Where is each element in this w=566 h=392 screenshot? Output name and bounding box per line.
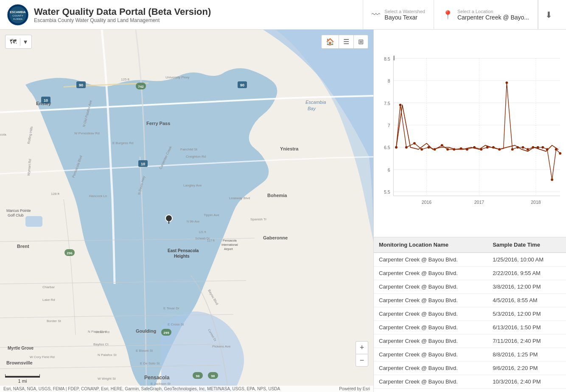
svg-text:W Cory Field Rd: W Cory Field Rd [30, 355, 55, 359]
svg-text:5.5: 5.5 [384, 190, 390, 195]
svg-text:FLORIDA: FLORIDA [13, 18, 22, 20]
svg-text:Fairchild St: Fairchild St [180, 147, 198, 151]
svg-text:Golf Club: Golf Club [8, 213, 24, 217]
table-row: Carpenter Creek @ Bayou Blvd. 2/22/2016,… [374, 267, 566, 280]
table-row: Carpenter Creek @ Bayou Blvd. 10/3/2016,… [374, 375, 566, 389]
svg-point-131 [522, 146, 524, 149]
svg-text:10: 10 [44, 98, 48, 103]
svg-text:Myrtle Grove: Myrtle Grove [8, 346, 34, 350]
download-icon: ⬇ [545, 10, 552, 20]
cell-location: Carpenter Creek @ Bayou Blvd. [374, 253, 488, 267]
svg-rect-6 [25, 216, 42, 227]
watershed-value: Bayou Texar [384, 14, 425, 21]
svg-point-117 [434, 148, 436, 151]
cell-location: Carpenter Creek @ Bayou Blvd. [374, 389, 488, 392]
svg-text:E Cross St: E Cross St [168, 322, 184, 326]
table-row: Carpenter Creek @ Bayou Blvd. 8/8/2016, … [374, 348, 566, 361]
watershed-icon: 〰 [372, 10, 380, 19]
map-toolbar[interactable]: 🗺 ▾ [5, 35, 32, 49]
cell-location: Carpenter Creek @ Bayou Blvd. [374, 348, 488, 361]
svg-point-114 [413, 142, 416, 145]
table-row: Carpenter Creek @ Bayou Blvd. 6/13/2016,… [374, 321, 566, 334]
svg-text:742: 742 [138, 85, 144, 89]
svg-text:Charbar: Charbar [42, 285, 55, 289]
list-view-btn[interactable]: ☰ [339, 35, 354, 48]
svg-text:COUNTY: COUNTY [12, 14, 23, 17]
data-table: Monitoring Location Name Sample Date Tim… [374, 237, 566, 392]
svg-point-119 [446, 148, 449, 151]
table-row: Carpenter Creek @ Bayou Blvd. 4/5/2016, … [374, 294, 566, 307]
zoom-in-btn[interactable]: + [356, 341, 368, 354]
svg-text:E Blount St: E Blount St [136, 349, 153, 353]
svg-point-120 [453, 148, 455, 151]
svg-text:Lake Rd: Lake Rd [42, 298, 55, 302]
svg-point-129 [511, 148, 514, 151]
cell-datetime: 1/25/2016, 10:00 AM [488, 253, 566, 267]
svg-text:2017: 2017 [474, 200, 484, 205]
svg-text:8.5: 8.5 [384, 57, 390, 61]
svg-point-118 [441, 144, 443, 147]
map-attribution: Esri, NASA, NGA, USGS, FEMA | FDEP, CONA… [0, 386, 373, 392]
download-button[interactable]: ⬇ [538, 0, 559, 30]
app-logo: ESCAMBIA COUNTY FLORIDA [7, 4, 29, 26]
svg-point-126 [492, 146, 495, 149]
svg-point-121 [460, 147, 462, 150]
svg-text:University Pkwy: University Pkwy [165, 75, 189, 79]
svg-text:6: 6 [388, 168, 390, 172]
table-row: Carpenter Creek @ Bayou Blvd. 1/25/2016,… [374, 253, 566, 267]
svg-point-115 [420, 148, 423, 151]
table-body: Carpenter Creek @ Bayou Blvd. 1/25/2016,… [374, 253, 566, 392]
map-view-controls: 🏠 ☰ ⊞ [321, 35, 368, 49]
svg-text:E Jackson St: E Jackson St [151, 382, 171, 386]
svg-text:90: 90 [79, 83, 83, 87]
table-header-row: Monitoring Location Name Sample Date Tim… [374, 237, 566, 253]
svg-text:Pensacola: Pensacola [144, 375, 170, 381]
scale-label: 1 mi [5, 378, 40, 384]
cell-location: Carpenter Creek @ Bayou Blvd. [374, 294, 488, 307]
svg-point-116 [427, 146, 430, 149]
cell-location: Carpenter Creek @ Bayou Blvd. [374, 375, 488, 389]
svg-point-139 [559, 152, 561, 155]
app-subtitle: Escambia County Water Quality and Land M… [34, 17, 363, 23]
cell-location: Carpenter Creek @ Bayou Blvd. [374, 321, 488, 334]
map-dropdown-btn[interactable]: ▾ [22, 37, 29, 47]
map-zoom-controls: + − [356, 341, 368, 367]
svg-text:International: International [221, 243, 238, 246]
location-value: Carpenter Creek @ Bayo... [457, 14, 529, 21]
chart-svg: 8.5 8 7.5 7 6.5 6 5.5 2016 [378, 34, 562, 228]
location-selector[interactable]: 📍 Select a Location Carpenter Creek @ Ba… [434, 0, 538, 30]
table-row: Carpenter Creek @ Bayou Blvd. 9/6/2016, … [374, 361, 566, 375]
cell-datetime: 5/3/2016, 12:00 PM [488, 307, 566, 321]
map-type-icon[interactable]: 🗺 [8, 37, 18, 47]
header-controls: 〰 Select a Watershed Bayou Texar 📍 Selec… [363, 0, 559, 30]
svg-text:Brownsville: Brownsville [6, 360, 33, 365]
svg-text:W Wright St: W Wright St [98, 377, 116, 381]
watershed-selector[interactable]: 〰 Select a Watershed Bayou Texar [363, 0, 434, 30]
svg-text:Gaberonne: Gaberonne [263, 235, 288, 240]
svg-text:7: 7 [388, 123, 390, 128]
map-scale: 1 mi [5, 374, 40, 384]
cell-datetime: 6/13/2016, 1:50 PM [488, 321, 566, 334]
svg-point-122 [466, 148, 468, 151]
svg-point-128 [505, 81, 508, 84]
watershed-text: Select a Watershed Bayou Texar [384, 9, 425, 21]
chart-container: 8.5 8 7.5 7 6.5 6 5.5 2016 [374, 30, 566, 237]
watershed-label: Select a Watershed [384, 9, 425, 14]
col-header-datetime: Sample Date Time [488, 237, 566, 253]
home-view-btn[interactable]: 🏠 [322, 35, 339, 48]
svg-text:East Pensacola: East Pensacola [168, 248, 199, 253]
table-container[interactable]: Monitoring Location Name Sample Date Tim… [374, 237, 566, 392]
svg-point-127 [498, 148, 501, 151]
cell-datetime: 2/22/2016, 9:55 AM [488, 267, 566, 280]
cell-location: Carpenter Creek @ Bayou Blvd. [374, 267, 488, 280]
svg-rect-140 [393, 56, 395, 60]
zoom-out-btn[interactable]: − [356, 354, 368, 367]
svg-point-138 [555, 148, 558, 151]
svg-text:Tippin Ave: Tippin Ave [204, 213, 219, 217]
attribution-text: Esri, NASA, NGA, USGS, FEMA | FDEP, CONA… [3, 386, 280, 391]
svg-text:296: 296 [67, 251, 73, 255]
svg-text:128 ft: 128 ft [51, 192, 60, 196]
table-row: Carpenter Creek @ Bayou Blvd. 3/8/2016, … [374, 280, 566, 294]
grid-view-btn[interactable]: ⊞ [354, 35, 368, 48]
cell-datetime: 7/11/2016, 2:40 PM [488, 334, 566, 348]
